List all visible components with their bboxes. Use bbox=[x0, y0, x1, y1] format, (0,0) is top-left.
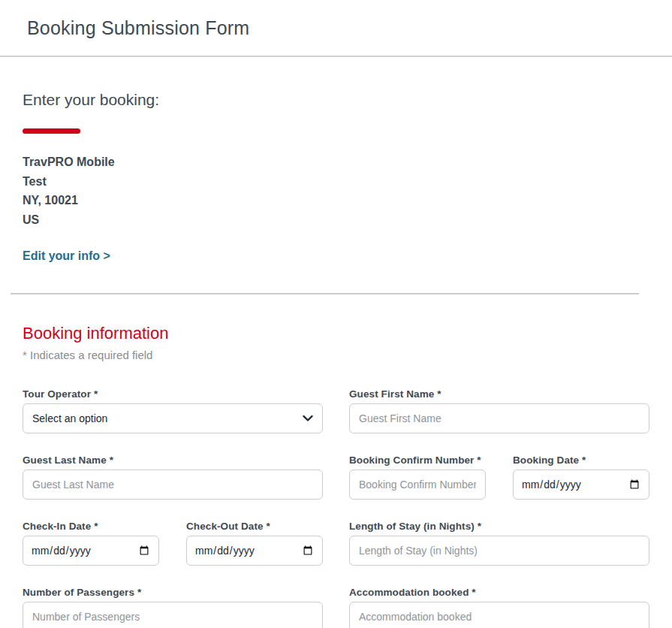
number-of-passengers-input[interactable] bbox=[23, 602, 323, 628]
check-in-date-label: Check-In Date * bbox=[23, 521, 159, 532]
check-in-date-field: Check-In Date * bbox=[23, 521, 159, 566]
form-row-3: Check-In Date * Check-Out Date * Length … bbox=[23, 521, 649, 566]
check-out-date-label: Check-Out Date * bbox=[186, 521, 323, 532]
tour-operator-field: Tour Operator * Select an option bbox=[23, 388, 323, 433]
form-row-4: Number of Passengers * Accommodation boo… bbox=[23, 587, 649, 628]
main-content: Enter your booking: TravPRO Mobile Test … bbox=[0, 91, 672, 628]
tour-operator-label: Tour Operator * bbox=[23, 388, 323, 400]
guest-last-name-field: Guest Last Name * bbox=[23, 454, 323, 500]
check-out-date-field: Check-Out Date * bbox=[186, 521, 323, 566]
length-of-stay-field: Length of Stay (in Nights) * bbox=[349, 521, 649, 566]
guest-first-name-field: Guest First Name * bbox=[349, 388, 649, 433]
page-title: Booking Submission Form bbox=[27, 17, 249, 39]
tour-operator-select[interactable]: Select an option bbox=[23, 403, 323, 433]
address-line-country: US bbox=[23, 210, 649, 230]
booking-date-input[interactable] bbox=[513, 469, 649, 500]
guest-last-name-label: Guest Last Name * bbox=[23, 454, 323, 466]
address-line-name: Test bbox=[23, 172, 649, 192]
section-divider bbox=[11, 293, 639, 294]
accommodation-booked-field: Accommodation booked * bbox=[349, 587, 649, 628]
address-line-city-zip: NY, 10021 bbox=[23, 191, 649, 210]
guest-first-name-label: Guest First Name * bbox=[349, 388, 649, 400]
address-line-company: TravPRO Mobile bbox=[23, 152, 649, 172]
confirm-and-date-subrow: Booking Confirm Number * Booking Date * bbox=[349, 454, 649, 500]
booking-date-label: Booking Date * bbox=[513, 454, 649, 466]
red-accent-bar bbox=[23, 128, 80, 134]
booking-confirm-number-label: Booking Confirm Number * bbox=[349, 454, 486, 466]
accommodation-booked-input[interactable] bbox=[349, 602, 649, 628]
booking-submission-page: Booking Submission Form Enter your booki… bbox=[0, 0, 672, 628]
tour-operator-select-wrap: Select an option bbox=[23, 403, 323, 433]
guest-first-name-input[interactable] bbox=[349, 403, 649, 433]
check-out-date-input[interactable] bbox=[186, 536, 323, 566]
guest-last-name-input[interactable] bbox=[23, 469, 323, 500]
booking-confirm-number-input[interactable] bbox=[349, 469, 486, 500]
booking-information-section: Booking information * Indicates a requir… bbox=[23, 324, 649, 628]
number-of-passengers-label: Number of Passengers * bbox=[23, 587, 323, 598]
checkin-checkout-subrow: Check-In Date * Check-Out Date * bbox=[23, 521, 323, 566]
booking-information-heading: Booking information bbox=[23, 324, 649, 343]
enter-booking-heading: Enter your booking: bbox=[23, 91, 649, 109]
length-of-stay-input[interactable] bbox=[349, 536, 649, 566]
booking-confirm-number-field: Booking Confirm Number * bbox=[349, 454, 486, 500]
booking-form: Tour Operator * Select an option Guest F… bbox=[23, 388, 649, 628]
check-in-date-input[interactable] bbox=[23, 536, 159, 566]
enter-booking-section: Enter your booking: TravPRO Mobile Test … bbox=[23, 91, 649, 263]
form-row-2: Guest Last Name * Booking Confirm Number… bbox=[23, 454, 649, 500]
number-of-passengers-field: Number of Passengers * bbox=[23, 587, 323, 628]
required-field-note: * Indicates a required field bbox=[23, 349, 649, 361]
edit-your-info-link[interactable]: Edit your info > bbox=[23, 249, 110, 263]
form-row-1: Tour Operator * Select an option Guest F… bbox=[23, 388, 649, 433]
length-of-stay-label: Length of Stay (in Nights) * bbox=[349, 521, 649, 532]
accommodation-booked-label: Accommodation booked * bbox=[349, 587, 649, 598]
page-header: Booking Submission Form bbox=[0, 0, 672, 57]
booking-date-field: Booking Date * bbox=[513, 454, 649, 500]
user-address-block: TravPRO Mobile Test NY, 10021 US bbox=[23, 152, 649, 229]
